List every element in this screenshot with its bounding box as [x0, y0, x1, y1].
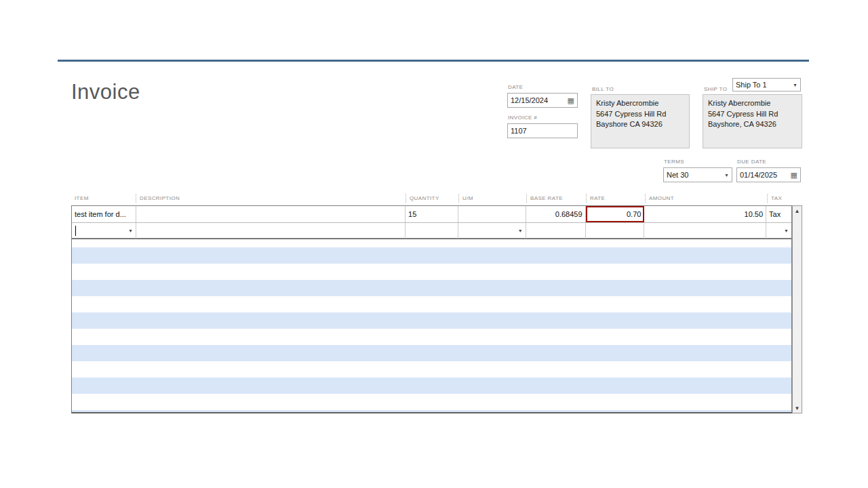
tax-cell[interactable]: Tax	[766, 206, 791, 222]
invoice-number-label: INVOICE #	[508, 115, 537, 121]
ship-to-label: SHIP TO	[704, 86, 727, 92]
ship-to-selector[interactable]: Ship To 1 ▼	[732, 78, 801, 92]
column-header-base-rate: BASE RATE	[526, 194, 586, 203]
column-header-um: U/M	[458, 194, 526, 203]
description-input-cell[interactable]	[136, 223, 406, 239]
empty-row[interactable]	[72, 280, 791, 296]
vertical-scrollbar[interactable]: ▲ ▼	[792, 205, 802, 413]
empty-row[interactable]	[72, 329, 791, 345]
chevron-down-icon: ▼	[722, 173, 729, 178]
ship-to-selector-value: Ship To 1	[736, 81, 767, 89]
invoice-number-input[interactable]: 1107	[507, 123, 578, 138]
invoice-form-window: Invoice DATE 12/15/2024 ▦ INVOICE # 1107…	[0, 0, 868, 488]
bill-to-line-2: 5647 Cypress Hill Rd	[596, 109, 684, 120]
um-cell[interactable]	[458, 206, 526, 222]
quantity-input-cell[interactable]	[406, 223, 458, 239]
line-items-table: test item for d... 15 0.68459 0.70 10.50…	[71, 205, 792, 413]
description-cell[interactable]	[136, 206, 406, 222]
tax-input-cell[interactable]: ▼	[766, 223, 791, 239]
header-divider	[58, 60, 809, 62]
text-cursor	[75, 226, 76, 236]
quantity-cell[interactable]: 15	[406, 206, 458, 222]
rate-cell-highlighted[interactable]: 0.70	[586, 206, 645, 222]
chevron-down-icon[interactable]: ▼	[125, 228, 133, 233]
bill-to-box[interactable]: Kristy Abercrombie 5647 Cypress Hill Rd …	[591, 94, 690, 148]
due-date-label: DUE DATE	[737, 159, 766, 165]
date-value: 12/15/2024	[511, 96, 548, 104]
amount-cell[interactable]: 10.50	[644, 206, 766, 222]
base-rate-cell[interactable]: 0.68459	[526, 206, 586, 222]
column-header-quantity: QUANTITY	[406, 194, 458, 203]
empty-row[interactable]	[72, 394, 791, 410]
chevron-down-icon[interactable]: ▼	[781, 228, 789, 233]
column-header-amount: AMOUNT	[645, 194, 767, 203]
ship-to-line-3: Bayshore, CA 94326	[708, 119, 797, 130]
ship-to-box[interactable]: Kristy Abercrombie 5647 Cypress Hill Rd …	[703, 94, 802, 148]
terms-value: Net 30	[667, 171, 688, 179]
ship-to-line-2: 5647 Cypress Hill Rd	[708, 109, 797, 120]
date-input[interactable]: 12/15/2024 ▦	[507, 93, 578, 108]
empty-row[interactable]	[72, 361, 791, 378]
terms-label: TERMS	[664, 159, 684, 165]
item-input-cell[interactable]: ▼	[72, 223, 136, 239]
calendar-icon[interactable]: ▦	[568, 97, 574, 104]
um-input-cell[interactable]: ▼	[458, 223, 526, 239]
table-row: test item for d... 15 0.68459 0.70 10.50…	[72, 206, 791, 223]
ship-to-line-1: Kristy Abercrombie	[708, 98, 797, 109]
scroll-down-button[interactable]: ▼	[793, 403, 802, 413]
empty-row[interactable]	[72, 247, 791, 264]
active-edit-row: ▼ ▼ ▼	[72, 223, 791, 239]
empty-row[interactable]	[72, 410, 791, 412]
bill-to-line-1: Kristy Abercrombie	[596, 98, 684, 109]
rate-input-cell[interactable]	[586, 223, 645, 239]
table-header: ITEM DESCRIPTION QUANTITY U/M BASE RATE …	[71, 194, 792, 203]
column-header-rate: RATE	[586, 194, 645, 203]
invoice-number-value: 1107	[511, 127, 527, 135]
empty-row[interactable]	[72, 312, 791, 329]
column-header-description: DESCRIPTION	[136, 194, 406, 203]
amount-input-cell[interactable]	[644, 223, 766, 239]
terms-select[interactable]: Net 30 ▼	[663, 167, 732, 182]
due-date-value: 01/14/2025	[740, 171, 777, 179]
item-cell[interactable]: test item for d...	[72, 206, 136, 222]
empty-row[interactable]	[72, 345, 791, 361]
bill-to-label: BILL TO	[592, 86, 614, 92]
empty-row[interactable]	[72, 239, 791, 247]
page-title: Invoice	[71, 80, 140, 104]
empty-row[interactable]	[72, 378, 791, 394]
calendar-icon[interactable]: ▦	[791, 171, 797, 179]
chevron-down-icon: ▼	[790, 83, 797, 87]
scroll-up-button[interactable]: ▲	[793, 206, 802, 216]
column-header-item: ITEM	[71, 194, 136, 203]
due-date-input[interactable]: 01/14/2025 ▦	[736, 167, 801, 182]
date-label: DATE	[508, 84, 523, 90]
bill-to-line-3: Bayshore CA 94326	[596, 119, 684, 130]
column-header-tax: TAX	[767, 194, 792, 203]
base-rate-input-cell[interactable]	[526, 223, 586, 239]
empty-row[interactable]	[72, 296, 791, 312]
empty-row[interactable]	[72, 264, 791, 280]
chevron-down-icon[interactable]: ▼	[515, 228, 523, 233]
